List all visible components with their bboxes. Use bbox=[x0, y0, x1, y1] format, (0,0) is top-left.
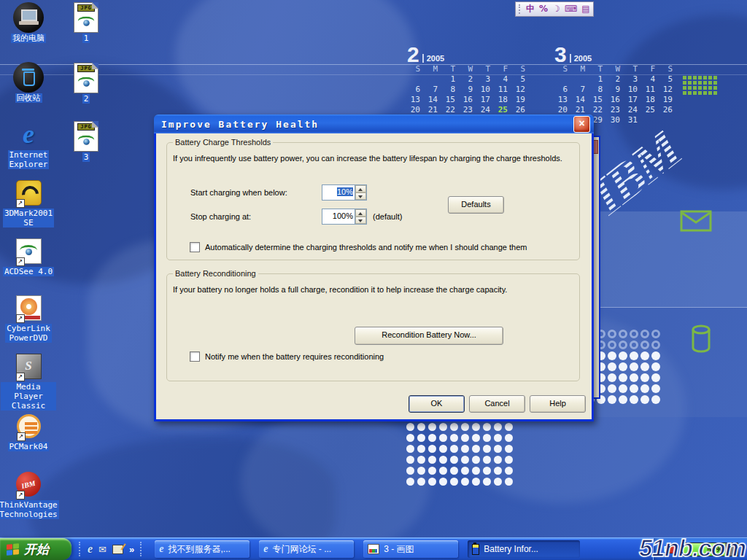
spin-down-icon[interactable] bbox=[355, 192, 366, 200]
pattern-cell bbox=[472, 445, 480, 453]
ime-chinese-mode-icon[interactable]: 中 bbox=[526, 3, 535, 15]
desktop-icon-jpg-file-1[interactable]: JPG1 bbox=[69, 2, 104, 43]
calendar-day: 4 bbox=[638, 74, 655, 85]
cancel-button[interactable]: Cancel bbox=[469, 395, 525, 413]
start-charging-value[interactable]: 10% bbox=[322, 185, 355, 200]
spin-up-icon[interactable] bbox=[355, 209, 366, 217]
desktop-icon-my-computer[interactable]: 我的电脑 bbox=[1, 2, 56, 43]
internet-explorer-quicklaunch-icon[interactable]: e bbox=[88, 542, 93, 556]
taskbar-task-battery-information[interactable]: Battery Infor... bbox=[468, 540, 580, 558]
language-bar-grip[interactable] bbox=[519, 4, 522, 14]
taskbar-task-forum[interactable]: e专门网论坛 - ... bbox=[259, 540, 354, 558]
dialog-title-bar[interactable]: Improve Battery Health × bbox=[154, 114, 594, 133]
start-charging-spinner[interactable]: 10% bbox=[322, 184, 367, 201]
desktop-icon-graphic: S↗ bbox=[16, 351, 42, 381]
pattern-cell bbox=[640, 351, 649, 360]
pattern-cell bbox=[640, 341, 649, 349]
calendar-month-header: 32005 bbox=[550, 41, 681, 64]
grid-icon bbox=[683, 76, 717, 95]
pattern-cell bbox=[450, 467, 458, 475]
pattern-cell bbox=[406, 467, 414, 475]
shortcut-arrow-icon: ↗ bbox=[16, 373, 25, 381]
recycle-bin-icon bbox=[13, 62, 44, 93]
jpg-banner-label: JPG bbox=[77, 65, 95, 72]
pattern-cell bbox=[483, 456, 491, 464]
desktop-icon-recycle-bin[interactable]: 回收站 bbox=[1, 62, 56, 103]
desktop-icon-thinkvantage-technologies[interactable]: ↗ThinkVantage Technologies bbox=[1, 469, 56, 519]
calendar-day: 17 bbox=[473, 95, 490, 105]
ok-button[interactable]: OK bbox=[409, 395, 465, 413]
spin-down-icon[interactable] bbox=[355, 217, 366, 224]
pattern-cell bbox=[406, 478, 414, 486]
help-button[interactable]: Help bbox=[530, 395, 586, 413]
calendar-day-letter: F bbox=[638, 64, 655, 74]
desktop-icon-cyberlink-powerdvd[interactable]: ↗CyberLink PowerDVD bbox=[1, 292, 56, 343]
desktop-icon-acdsee-4-0[interactable]: ↗ACDSee 4.0 bbox=[1, 236, 56, 276]
ime-menu-icon[interactable]: ▤ bbox=[581, 3, 589, 15]
notify-reconditioning-checkbox-label[interactable]: Notify me when the battery requires reco… bbox=[205, 352, 384, 361]
ime-punctuation-toggle-icon[interactable]: ☽ bbox=[552, 3, 560, 15]
calendar-month-number: 3 bbox=[554, 45, 567, 64]
quicklaunch-overflow-chevron[interactable]: » bbox=[129, 544, 134, 555]
calendar-day: 19 bbox=[655, 95, 673, 105]
desktop-icon-3dmark2001-se[interactable]: ↗3DMark2001 SE bbox=[1, 177, 56, 228]
recondition-battery-now-button[interactable]: Recondition Battery Now... bbox=[355, 327, 503, 345]
calendar-day: 20 bbox=[550, 105, 568, 115]
desktop-icon-jpg-file-2[interactable]: JPG2 bbox=[69, 63, 104, 104]
desktop-icon-media-player-classic[interactable]: S↗Media Player Classic bbox=[1, 351, 56, 411]
desktop-icon-jpg-file-3[interactable]: JPG3 bbox=[69, 121, 104, 162]
desktop-icon-label: 3DMark2001 SE bbox=[3, 209, 54, 228]
pattern-cell bbox=[713, 76, 717, 79]
toolbar-grip[interactable] bbox=[140, 542, 143, 556]
pattern-cell bbox=[608, 362, 616, 371]
notify-reconditioning-checkbox[interactable] bbox=[190, 351, 200, 362]
task-button-label: 找不到服务器,... bbox=[168, 543, 230, 556]
stop-charging-spinner[interactable]: 100% bbox=[322, 209, 367, 225]
show-desktop-icon[interactable] bbox=[112, 545, 123, 554]
language-bar[interactable]: 中%☽⌨▤ bbox=[515, 1, 594, 17]
calendar-day: 8 bbox=[585, 85, 603, 95]
spin-up-icon[interactable] bbox=[355, 185, 366, 192]
pattern-cell bbox=[461, 456, 469, 464]
ime-soft-keyboard-icon[interactable]: ⌨ bbox=[565, 3, 577, 15]
desktop-icon-graphic: ↗ bbox=[17, 411, 41, 441]
auto-determine-checkbox-label[interactable]: Automatically determine the charging thr… bbox=[205, 243, 527, 252]
pattern-cell bbox=[688, 91, 692, 95]
pattern-cell bbox=[608, 341, 616, 349]
defaults-button[interactable]: Defaults bbox=[448, 196, 504, 214]
calendar-day: 13 bbox=[550, 95, 568, 105]
calendar-day: 22 bbox=[585, 105, 603, 115]
calendar-day: 1 bbox=[585, 74, 603, 85]
taskbar-task-server-not-found[interactable]: e找不到服务器,... bbox=[155, 540, 249, 558]
pattern-cell bbox=[428, 445, 436, 453]
desktop-icon-graphic bbox=[13, 62, 44, 93]
stop-charging-value[interactable]: 100% bbox=[322, 209, 355, 224]
pattern-cell bbox=[688, 86, 692, 90]
start-button[interactable]: 开始 bbox=[0, 538, 71, 560]
auto-determine-checkbox[interactable] bbox=[190, 242, 200, 252]
acdsee-eye-icon bbox=[78, 135, 95, 146]
pattern-cell bbox=[472, 434, 480, 442]
close-icon[interactable]: × bbox=[573, 116, 590, 133]
taskbar-task-paint[interactable]: 3 - 画图 bbox=[363, 540, 458, 558]
desktop-icon-label: PCMark04 bbox=[8, 442, 50, 451]
pattern-cell bbox=[630, 351, 638, 360]
shortcut-arrow-icon: ↗ bbox=[16, 491, 25, 499]
pattern-cell bbox=[406, 434, 414, 442]
calendar-day: 13 bbox=[403, 95, 420, 105]
pattern-cell bbox=[703, 91, 707, 95]
desktop-icon-internet-explorer[interactable]: eInternet Explorer bbox=[1, 119, 56, 169]
pattern-cell bbox=[651, 373, 660, 382]
calendar-day: 14 bbox=[420, 95, 438, 105]
mail-quicklaunch-icon[interactable]: ✉ bbox=[98, 544, 107, 555]
desktop-icon-label: Media Player Classic bbox=[1, 382, 56, 411]
desktop-icon-pcmark04[interactable]: ↗PCMark04 bbox=[1, 411, 56, 451]
calendar-day: 18 bbox=[490, 95, 508, 105]
pattern-cell bbox=[608, 395, 616, 404]
acdsee-eye-icon bbox=[78, 77, 95, 88]
ime-fullwidth-toggle-icon[interactable]: % bbox=[539, 3, 548, 15]
calendar-day: 12 bbox=[508, 85, 525, 95]
desktop-icon-graphic: JPG bbox=[74, 63, 98, 93]
toolbar-grip[interactable] bbox=[79, 542, 82, 556]
calendar-week-row: 20212223242526 bbox=[550, 105, 681, 115]
